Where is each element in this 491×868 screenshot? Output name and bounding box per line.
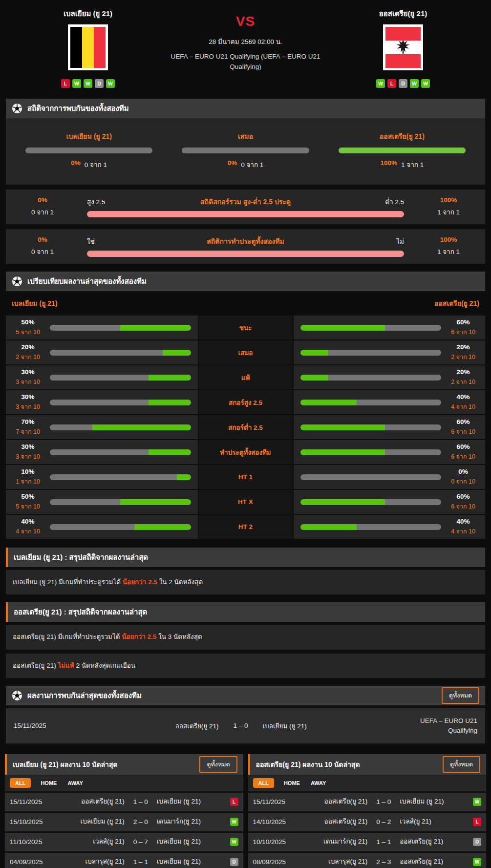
tab-all[interactable]: ALL (253, 778, 274, 788)
match-date: 15/10/2025 (10, 818, 60, 826)
comparison-home-bar (50, 325, 191, 331)
comparison-away-percent: 60% (448, 318, 478, 326)
match-result: L (222, 798, 238, 806)
comparison-home-half: 30%3 จาก 10 (6, 390, 198, 414)
home-form-badges: LWWDW (61, 79, 115, 88)
stat-band-labels: ใช่สถิติการทำประตูทั้งสองทีมไม่ (87, 236, 404, 247)
match-home-team: เวลส์(ยู 21) (60, 837, 125, 847)
recent-panel-view-all-button[interactable]: ดูทั้งหมด (443, 756, 480, 773)
stat-band-right-values: 100%1 จาก 1 (427, 196, 470, 217)
comparison-row-label: สกอร์ต่ำ 2.5 (198, 415, 294, 439)
comparison-away-half: 60%6 จาก 10 (294, 316, 486, 339)
comparison-away-bar-fill (300, 499, 385, 505)
team-summary-line: เบลเยียม (ยู 21) มีเกมที่ทำประตูรวมได้ น… (6, 570, 485, 594)
comparison-rows: 50%5 จาก 10ชนะ60%6 จาก 1020%2 จาก 10เสมอ… (6, 316, 485, 540)
comparison-home-bar-fill (163, 350, 191, 356)
comparison-away-half: 40%4 จาก 10 (294, 390, 486, 414)
comparison-away-ratio: 2 จาก 10 (448, 352, 478, 362)
match-row: 08/09/2025เบลารุส(ยู 21)2 – 3ออสเตรีย(ยู… (248, 853, 487, 868)
comparison-home-ratio: 3 จาก 10 (13, 402, 43, 412)
stat-band-left-ratio: 0 จาก 1 (21, 246, 64, 257)
comparison-home-values: 10%1 จาก 10 (13, 468, 43, 487)
recent-panel-title: ออสเตรีย(ยู 21) ผลงาน 10 นัดล่าสุด (256, 759, 360, 770)
h2h-match-rows: 15/11/2025ออสเตรีย(ยู 21)1 – 0เบลเยียม (… (6, 708, 485, 743)
soccer-ball-icon (12, 103, 22, 114)
match-score: 2 – 3 (367, 858, 400, 866)
match-date: 04/09/2025 (10, 858, 60, 866)
soccer-ball-icon (12, 690, 22, 701)
comparison-home-bar (50, 350, 191, 356)
comparison-away-ratio: 4 จาก 10 (448, 402, 478, 412)
h2h-view-all-button[interactable]: ดูทั้งหมด (442, 687, 479, 704)
form-badge-w: W (421, 79, 430, 88)
summary-text-post: ใน 3 นัดหลังสุด (156, 633, 202, 640)
h2h-stats-header: สถิติจากการพบกันของทั้งสองทีม (6, 99, 485, 118)
comparison-home-bar-fill (120, 499, 191, 505)
team-summary-line: ออสเตรีย(ยู 21) ไม่แพ้ 2 นัดหลังสุดเกมเย… (6, 654, 485, 678)
comparison-away-ratio: 0 จาก 10 (448, 477, 478, 487)
match-home-team: เบลารุส(ยู 21) (60, 857, 125, 867)
stat-band-title: สถิติการทำประตูทั้งสองทีม (131, 236, 360, 247)
h2h-stats-body: เบลเยียม (ยู 21)0%0 จาก 1เสมอ0%0 จาก 1ออ… (6, 118, 485, 185)
recent-panel-home: เบลเยียม (ยู 21) ผลงาน 10 นัดล่าสุดดูทั้… (5, 754, 243, 868)
h2h-stat-values: 100%1 จาก 1 (380, 159, 424, 170)
recent-panel-view-all-button[interactable]: ดูทั้งหมด (199, 756, 237, 773)
match-date: 14/10/2025 (253, 818, 303, 826)
h2h-stat-values: 0%0 จาก 1 (228, 159, 264, 170)
tab-away[interactable]: AWAY (310, 778, 327, 788)
comparison-home-values: 30%3 จาก 10 (13, 368, 43, 387)
comparison-home-percent: 30% (13, 393, 43, 401)
comparison-home-ratio: 5 จาก 10 (13, 502, 43, 511)
comparison-home-ratio: 3 จาก 10 (13, 377, 43, 387)
tab-home[interactable]: HOME (40, 778, 58, 788)
comparison-away-bar-fill (300, 350, 329, 356)
match-result: D (465, 838, 481, 846)
form-badge-w: W (106, 79, 115, 88)
comparison-away-bar-fill (300, 424, 385, 430)
form-badge-w: W (72, 79, 81, 88)
comparison-home-bar (50, 474, 191, 480)
comparison-home-ratio: 1 จาก 10 (13, 477, 43, 487)
comparison-row: 20%2 จาก 10เสมอ20%2 จาก 10 (6, 340, 485, 365)
comparison-away-values: 40%4 จาก 10 (448, 518, 478, 536)
recent-panel-tabs: ALLHOMEAWAY (5, 775, 243, 791)
recent-panel-title: เบลเยียม (ยู 21) ผลงาน 10 นัดล่าสุด (13, 759, 118, 770)
summary-highlight: ไม่แพ้ (58, 662, 74, 669)
home-team-name: เบลเยียม (ยู 21) (64, 8, 112, 20)
comparison-away-percent: 0% (448, 468, 478, 475)
stat-band-middle: สูง 2.5สถิติสกอร์รวม สูง-ต่ำ 2.5 ประตูต่… (87, 196, 404, 217)
tab-home[interactable]: HOME (283, 778, 301, 788)
comparison-home-bar-fill (149, 375, 191, 381)
comparison-home-ratio: 4 จาก 10 (13, 527, 43, 536)
summary-sections: เบลเยียม (ยู 21) : สรุปสถิติจากผลงานล่าส… (0, 548, 491, 678)
comparison-row-label: ทำประตูทั้งสองทีม (198, 440, 294, 464)
comparison-home-percent: 40% (13, 518, 43, 525)
comparison-home-bar (50, 400, 191, 405)
match-row: 11/10/2025เวลส์(ยู 21)0 – 7เบลเยียม (ยู … (5, 833, 243, 851)
comparison-home-bar (50, 449, 191, 455)
match-result: W (222, 838, 238, 846)
comparison-header: เปรียบเทียบผลงานล่าสุดของทั้งสองทีม (6, 272, 485, 291)
comparison-home-bar-fill (177, 474, 191, 480)
h2h-stat-bar-fill (339, 148, 466, 153)
match-date: 15/11/2025 (14, 722, 87, 729)
summary-text-post: 2 นัดหลังสุดเกมเยือน (74, 662, 135, 669)
match-score: 1 – 0 (125, 798, 157, 805)
comparison-home-bar-fill (92, 424, 191, 430)
form-badge-w: W (376, 79, 385, 88)
stat-band-right-label: ไม่ (360, 236, 404, 247)
comparison-away-bar (300, 524, 442, 530)
comparison-home-ratio: 5 จาก 10 (13, 327, 43, 337)
comparison-away-label: ออสเตรีย(ยู 21) (434, 298, 479, 309)
comparison-away-bar (300, 350, 442, 356)
h2h-stat-label: เบลเยียม (ยู 21) (66, 131, 112, 142)
match-away-team: เบลเยียม (ยู 21) (400, 797, 465, 806)
comparison-away-percent: 60% (448, 443, 478, 450)
tab-all[interactable]: ALL (10, 778, 31, 788)
stat-band-right-ratio: 1 จาก 1 (427, 207, 470, 217)
tab-away[interactable]: AWAY (66, 778, 84, 788)
comparison-away-percent: 60% (448, 493, 478, 500)
stat-band-labels: สูง 2.5สถิติสกอร์รวม สูง-ต่ำ 2.5 ประตูต่… (87, 196, 404, 207)
stat-band-left-values: 0%0 จาก 1 (21, 196, 64, 217)
team-summary-title: เบลเยียม (ยู 21) : สรุปสถิติจากผลงานล่าส… (14, 551, 148, 563)
